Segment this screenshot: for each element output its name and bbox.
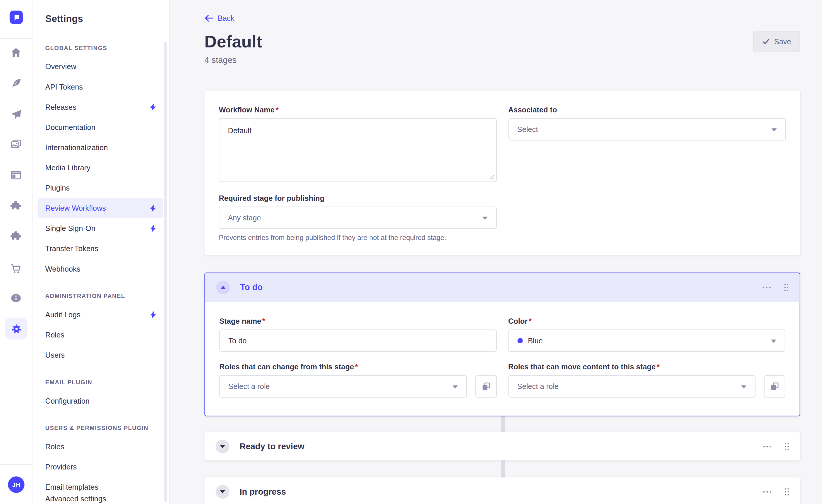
roles-change-select[interactable]: Select a role bbox=[219, 375, 467, 398]
sidebar-item-api-tokens[interactable]: API Tokens bbox=[38, 77, 163, 97]
roles-change-label: Roles that can change from this stage* bbox=[219, 363, 496, 371]
settings-sidebar-header: Settings bbox=[32, 0, 169, 38]
sidebar-item-admin-roles[interactable]: Roles bbox=[38, 325, 163, 345]
chevron-down-icon bbox=[482, 216, 487, 220]
feather-icon[interactable] bbox=[9, 77, 23, 90]
required-stage-select[interactable]: Any stage bbox=[219, 206, 496, 229]
home-icon[interactable] bbox=[9, 46, 23, 59]
sidebar-item-plugins[interactable]: Plugins bbox=[38, 178, 163, 198]
caret-up-icon bbox=[221, 286, 226, 289]
duplicate-icon bbox=[481, 382, 491, 391]
apply-to-all-stages-button[interactable] bbox=[475, 375, 496, 398]
section-users-permissions-plugin: USERS & PERMISSIONS PLUGIN Roles Provide… bbox=[38, 425, 163, 504]
sidebar-item-overview[interactable]: Overview bbox=[38, 56, 163, 77]
app-window: JH Settings GLOBAL SETTINGS Overview API… bbox=[0, 0, 822, 504]
page-title: Default bbox=[204, 31, 262, 52]
caret-down-icon bbox=[220, 490, 225, 493]
sidebar-item-email-configuration[interactable]: Configuration bbox=[38, 391, 163, 411]
roles-move-field: Roles that can move content to this stag… bbox=[508, 363, 785, 398]
sidebar-item-webhooks[interactable]: Webhooks bbox=[38, 259, 163, 279]
main-content: Back Default Save 4 stages Workflow Name… bbox=[170, 0, 822, 504]
stage-name-input[interactable] bbox=[219, 330, 496, 352]
stage-more-button[interactable] bbox=[762, 444, 772, 449]
sidebar-item-up-roles[interactable]: Roles bbox=[38, 436, 163, 457]
stage-drag-handle[interactable] bbox=[783, 486, 790, 497]
send-icon[interactable] bbox=[9, 107, 23, 121]
puzzle-icon[interactable] bbox=[9, 198, 23, 212]
section-administration-panel: ADMINISTRATION PANEL Audit Logs Roles Us… bbox=[38, 293, 163, 365]
cart-icon[interactable] bbox=[9, 262, 23, 276]
back-link[interactable]: Back bbox=[204, 14, 234, 22]
stage-card-ready-to-review[interactable]: Ready to review bbox=[204, 432, 800, 460]
sidebar-item-users[interactable]: Users bbox=[38, 345, 163, 365]
required-stage-hint: Prevents entries from being published if… bbox=[219, 233, 496, 241]
caret-down-icon bbox=[220, 445, 225, 448]
sidebar-item-releases[interactable]: Releases bbox=[38, 97, 163, 117]
stage-drag-handle[interactable] bbox=[783, 441, 790, 452]
stage-card-to-do: To do Stage name* bbox=[204, 273, 800, 416]
required-asterisk: * bbox=[355, 363, 358, 371]
stage-more-button[interactable] bbox=[761, 286, 772, 290]
associated-to-label: Associated to bbox=[508, 105, 786, 114]
chevron-down-icon bbox=[452, 386, 458, 389]
settings-sidebar: Settings GLOBAL SETTINGS Overview API To… bbox=[32, 0, 170, 504]
stage-title: In progress bbox=[240, 487, 286, 496]
roles-move-label: Roles that can move content to this stag… bbox=[508, 363, 785, 371]
stage-accordion-header-to-do[interactable]: To do bbox=[205, 273, 799, 302]
strapi-logo[interactable] bbox=[10, 11, 23, 24]
required-asterisk: * bbox=[529, 317, 532, 325]
stage-title: Ready to review bbox=[240, 442, 305, 451]
rail-divider-top bbox=[0, 38, 32, 39]
drag-dots-icon bbox=[784, 283, 789, 292]
sidebar-item-review-workflows[interactable]: Review Workflows bbox=[38, 198, 163, 218]
stage-name-label: Stage name* bbox=[219, 317, 496, 325]
duplicate-icon bbox=[770, 382, 780, 391]
layout-icon[interactable] bbox=[9, 168, 23, 182]
expand-caret-button[interactable] bbox=[216, 485, 230, 498]
sidebar-item-media-library[interactable]: Media Library bbox=[38, 157, 163, 178]
info-icon[interactable] bbox=[9, 291, 23, 305]
stage-name-field: Stage name* bbox=[219, 317, 496, 352]
lightning-icon bbox=[149, 204, 156, 212]
workflow-name-input[interactable]: Default bbox=[219, 119, 496, 182]
stage-drag-handle[interactable] bbox=[783, 282, 790, 293]
images-icon[interactable] bbox=[9, 137, 23, 151]
associated-to-select[interactable]: Select bbox=[508, 118, 786, 140]
required-asterisk: * bbox=[657, 363, 660, 371]
section-label: GLOBAL SETTINGS bbox=[45, 45, 163, 51]
save-button[interactable]: Save bbox=[754, 31, 800, 52]
apply-to-all-stages-button[interactable] bbox=[764, 375, 785, 398]
sidebar-scrollbar[interactable] bbox=[164, 42, 167, 502]
sidebar-item-internationalization[interactable]: Internationalization bbox=[38, 137, 163, 157]
stage-more-button[interactable] bbox=[762, 489, 772, 494]
stages-list: To do Stage name* bbox=[204, 273, 800, 504]
roles-move-select[interactable]: Select a role bbox=[508, 375, 756, 398]
lightning-icon bbox=[149, 224, 156, 232]
back-arrow-icon bbox=[204, 14, 214, 22]
workflow-name-field: Workflow Name* Default bbox=[219, 105, 496, 182]
sidebar-item-single-sign-on[interactable]: Single Sign-On bbox=[38, 218, 163, 238]
workflow-name-label: Workflow Name* bbox=[219, 105, 496, 114]
roles-change-field: Roles that can change from this stage* S… bbox=[219, 363, 496, 398]
required-asterisk: * bbox=[262, 317, 265, 325]
more-dots-icon bbox=[763, 445, 771, 447]
expand-caret-button[interactable] bbox=[216, 439, 230, 453]
gear-icon[interactable] bbox=[5, 318, 27, 340]
stage-color-select[interactable]: Blue bbox=[508, 330, 785, 352]
lightning-icon bbox=[149, 311, 156, 319]
section-label: EMAIL PLUGIN bbox=[45, 379, 163, 386]
sidebar-item-audit-logs[interactable]: Audit Logs bbox=[38, 305, 163, 325]
avatar[interactable]: JH bbox=[8, 477, 24, 493]
puzzle-icon-2[interactable] bbox=[9, 229, 23, 242]
sidebar-item-providers[interactable]: Providers bbox=[38, 457, 163, 477]
stage-color-label: Color* bbox=[508, 317, 785, 325]
workflow-settings-card: Workflow Name* Default Associated to Sel… bbox=[204, 90, 800, 255]
stage-card-in-progress[interactable]: In progress bbox=[204, 477, 800, 504]
sidebar-item-documentation[interactable]: Documentation bbox=[38, 117, 163, 137]
collapse-caret-button[interactable] bbox=[216, 281, 230, 294]
check-icon bbox=[762, 38, 770, 45]
required-stage-label: Required stage for publishing bbox=[219, 194, 496, 202]
stage-color-field: Color* Blue bbox=[508, 317, 785, 352]
sidebar-item-transfer-tokens[interactable]: Transfer Tokens bbox=[38, 238, 163, 259]
rail-divider-bottom bbox=[0, 464, 32, 465]
